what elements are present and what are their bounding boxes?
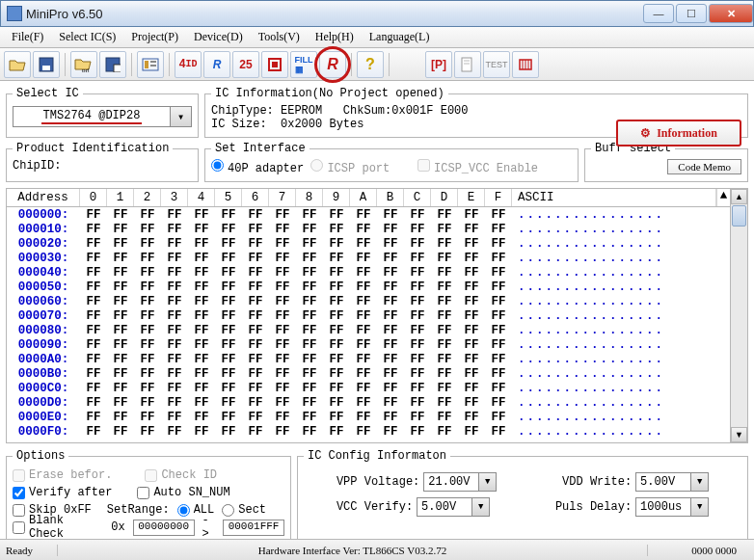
svg-rect-2 xyxy=(42,66,50,70)
vdd-combo[interactable]: 5.00V▼ xyxy=(635,472,709,492)
toolbar: prj 4ID R 25 FILL▦ R ? [P] TEST xyxy=(0,48,754,81)
hex-row[interactable]: 0000E0:FFFFFFFFFFFFFFFFFFFFFFFFFFFFFFFF.… xyxy=(7,410,730,424)
run-icon[interactable]: R xyxy=(319,51,346,78)
menu-tools[interactable]: Tools(V) xyxy=(251,28,308,46)
vertical-scrollbar[interactable]: ▲ ▼ xyxy=(730,189,747,442)
scroll-up-icon[interactable]: ▲ xyxy=(731,189,747,204)
product-id-group: Product Identification ChipID: xyxy=(6,142,199,182)
window-title: MiniPro v6.50 xyxy=(26,7,641,21)
svg-marker-0 xyxy=(10,61,25,70)
hex-row[interactable]: 000020:FFFFFFFFFFFFFFFFFFFFFFFFFFFFFFFF.… xyxy=(7,236,730,251)
ic-dropdown-button[interactable]: ▾ xyxy=(171,106,192,127)
hex-row[interactable]: 000080:FFFFFFFFFFFFFFFFFFFFFFFFFFFFFFFF.… xyxy=(7,323,730,337)
check-autosn[interactable]: Auto SN_NUM xyxy=(137,486,229,499)
help-icon[interactable]: ? xyxy=(357,51,384,78)
vpp-combo[interactable]: 21.00V▼ xyxy=(423,472,497,492)
project-open-icon[interactable]: prj xyxy=(70,51,97,78)
menu-device[interactable]: Device(D) xyxy=(186,28,251,46)
svg-rect-10 xyxy=(150,65,156,67)
minimize-button[interactable]: — xyxy=(643,4,674,23)
status-addr: 0000 0000 xyxy=(648,545,754,556)
multi-chip-icon[interactable] xyxy=(512,51,539,78)
hex-viewer: Address 0123456789ABCDEF ASCII ▲ 000000:… xyxy=(6,188,748,443)
vcc-combo[interactable]: 5.00V▼ xyxy=(417,497,490,517)
project-save-icon[interactable] xyxy=(99,51,126,78)
hex-row[interactable]: 000040:FFFFFFFFFFFFFFFFFFFFFFFFFFFFFFFF.… xyxy=(7,265,730,280)
titlebar: MiniPro v6.50 — ☐ ✕ xyxy=(0,0,754,27)
svg-text:prj: prj xyxy=(82,67,90,72)
ic-info-group: IC Information(No Project opened) ChipTy… xyxy=(204,87,748,138)
set-interface-group: Set Interface 40P adapter ICSP port ICSP… xyxy=(204,142,579,182)
options-group: Options Erase befor. Check ID Verify aft… xyxy=(6,449,291,543)
erase-icon[interactable] xyxy=(261,51,288,78)
hex-row[interactable]: 000050:FFFFFFFFFFFFFFFFFFFFFFFFFFFFFFFF.… xyxy=(7,280,730,294)
radio-icsp: ICSP port xyxy=(310,162,390,175)
test-icon[interactable]: TEST xyxy=(483,51,510,78)
save-icon[interactable] xyxy=(33,51,60,78)
hex-row[interactable]: 000000:FFFFFFFFFFFFFFFFFFFFFFFFFFFFFFFF.… xyxy=(7,207,730,222)
svg-rect-12 xyxy=(272,62,278,67)
edit-icon[interactable] xyxy=(454,51,481,78)
ic-info-legend: IC Information(No Project opened) xyxy=(211,87,448,100)
scroll-thumb[interactable] xyxy=(732,205,746,227)
close-button[interactable]: ✕ xyxy=(709,4,753,23)
hex-row[interactable]: 0000D0:FFFFFFFFFFFFFFFFFFFFFFFFFFFFFFFF.… xyxy=(7,395,730,410)
app-icon xyxy=(7,6,22,21)
hex-row[interactable]: 0000B0:FFFFFFFFFFFFFFFFFFFFFFFFFFFFFFFF.… xyxy=(7,366,730,381)
check-erase: Erase befor. xyxy=(13,468,112,482)
code-memo-tab[interactable]: Code Memo xyxy=(667,159,741,174)
svg-rect-8 xyxy=(145,61,148,68)
hex-row[interactable]: 0000F0:FFFFFFFFFFFFFFFFFFFFFFFFFFFFFFFF.… xyxy=(7,424,730,439)
check-icsp-vcc: ICSP_VCC Enable xyxy=(417,162,538,175)
hex-body[interactable]: 000000:FFFFFFFFFFFFFFFFFFFFFFFFFFFFFFFF.… xyxy=(7,207,730,439)
hex-header: Address 0123456789ABCDEF ASCII ▲ xyxy=(7,189,730,207)
svg-rect-6 xyxy=(114,65,121,72)
ic-config-group: IC Config Informaton VPP Voltage: 21.00V… xyxy=(297,449,748,543)
hex-row[interactable]: 000090:FFFFFFFFFFFFFFFFFFFFFFFFFFFFFFFF.… xyxy=(7,337,730,352)
reflash-r-icon[interactable]: R xyxy=(203,51,230,78)
buff-select-group: Buff select Code Memo xyxy=(584,142,748,182)
menu-help[interactable]: Help(H) xyxy=(308,28,362,46)
svg-rect-9 xyxy=(150,61,156,63)
range-to[interactable]: 00001FFF xyxy=(223,520,284,536)
check-checkid: Check ID xyxy=(145,468,217,482)
verify-25-icon[interactable]: 25 xyxy=(232,51,259,78)
read-4d-icon[interactable]: 4ID xyxy=(175,51,202,78)
gear-icon: ⚙ xyxy=(640,126,651,141)
fill-icon[interactable]: FILL▦ xyxy=(290,51,317,78)
status-ready: Ready xyxy=(0,545,58,556)
puls-combo[interactable]: 1000us▼ xyxy=(635,497,709,517)
menu-language[interactable]: Language(L) xyxy=(362,28,438,46)
menu-select-ic[interactable]: Select IC(S) xyxy=(51,28,123,46)
hex-row[interactable]: 0000C0:FFFFFFFFFFFFFFFFFFFFFFFFFFFFFFFF.… xyxy=(7,381,730,395)
hex-row[interactable]: 000010:FFFFFFFFFFFFFFFFFFFFFFFFFFFFFFFF.… xyxy=(7,222,730,236)
hex-row[interactable]: 000070:FFFFFFFFFFFFFFFFFFFFFFFFFFFFFFFF.… xyxy=(7,308,730,323)
status-hw: Hardware Interface Ver: TL866CS V03.2.72 xyxy=(58,545,648,556)
select-ic-group: Select IC TMS2764 @DIP28 ▾ xyxy=(6,87,199,138)
hex-row[interactable]: 000030:FFFFFFFFFFFFFFFFFFFFFFFFFFFFFFFF.… xyxy=(7,251,730,265)
statusbar: Ready Hardware Interface Ver: TL866CS V0… xyxy=(0,539,754,560)
radio-range-sect[interactable]: Sect xyxy=(222,503,266,517)
ic-field[interactable]: TMS2764 @DIP28 xyxy=(13,106,171,127)
scroll-down-icon[interactable]: ▼ xyxy=(731,427,747,442)
maximize-button[interactable]: ☐ xyxy=(676,4,707,23)
svg-rect-13 xyxy=(462,58,471,71)
hex-row[interactable]: 000060:FFFFFFFFFFFFFFFFFFFFFFFFFFFFFFFF.… xyxy=(7,294,730,308)
check-blank[interactable]: Blank Check xyxy=(13,514,99,541)
id-icon[interactable] xyxy=(137,51,164,78)
menu-project[interactable]: Project(P) xyxy=(123,28,186,46)
menu-file[interactable]: File(F) xyxy=(4,28,51,46)
check-verify[interactable]: Verify after xyxy=(13,486,112,499)
hex-row[interactable]: 0000A0:FFFFFFFFFFFFFFFFFFFFFFFFFFFFFFFF.… xyxy=(7,352,730,366)
range-from[interactable]: 00000000 xyxy=(133,520,195,536)
select-ic-legend: Select IC xyxy=(13,87,83,100)
param-icon[interactable]: [P] xyxy=(425,51,452,78)
radio-40p[interactable]: 40P adapter xyxy=(211,162,304,175)
open-icon[interactable] xyxy=(4,51,31,78)
menubar: File(F) Select IC(S) Project(P) Device(D… xyxy=(0,27,754,48)
information-button[interactable]: ⚙ Information xyxy=(616,120,741,147)
